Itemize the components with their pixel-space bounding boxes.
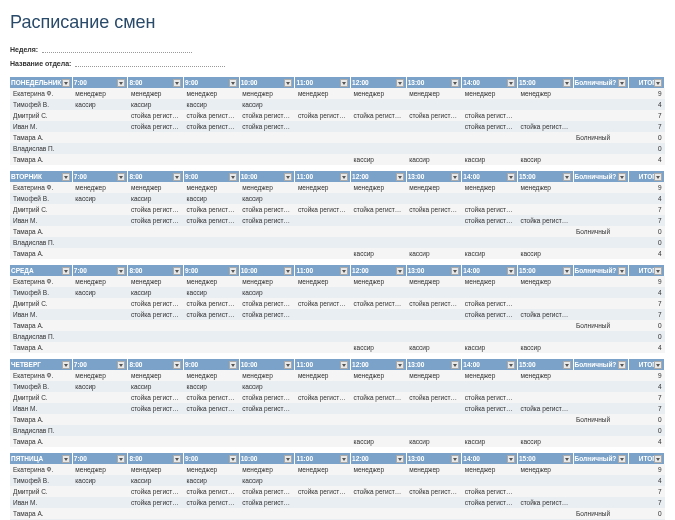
shift-cell[interactable]: стойка регистрации [406, 110, 462, 121]
sick-cell[interactable] [573, 154, 629, 165]
time-header[interactable]: 13:00 [406, 77, 462, 88]
time-header[interactable]: 13:00 [406, 453, 462, 464]
shift-cell[interactable]: кассир [239, 193, 295, 204]
sick-cell[interactable]: Болничный [573, 320, 629, 331]
sick-header[interactable]: Болничный? [573, 453, 629, 464]
shift-cell[interactable] [406, 414, 462, 425]
shift-cell[interactable] [517, 99, 573, 110]
dropdown-icon[interactable] [340, 79, 348, 87]
shift-cell[interactable]: стойка регистрации [128, 215, 184, 226]
dropdown-icon[interactable] [451, 173, 459, 181]
shift-cell[interactable] [72, 342, 128, 353]
time-header[interactable]: 12:00 [351, 77, 407, 88]
shift-cell[interactable]: менеджер [184, 464, 240, 475]
shift-cell[interactable] [239, 425, 295, 436]
dropdown-icon[interactable] [229, 267, 237, 275]
shift-cell[interactable] [128, 320, 184, 331]
shift-cell[interactable] [462, 381, 518, 392]
shift-cell[interactable] [295, 132, 351, 143]
shift-cell[interactable] [351, 237, 407, 248]
sick-cell[interactable] [573, 276, 629, 287]
shift-cell[interactable]: стойка регистрации [351, 110, 407, 121]
shift-cell[interactable]: менеджер [239, 88, 295, 99]
dropdown-icon[interactable] [340, 455, 348, 463]
shift-cell[interactable]: менеджер [72, 276, 128, 287]
time-header[interactable]: 9:00 [184, 359, 240, 370]
shift-cell[interactable] [517, 475, 573, 486]
shift-cell[interactable]: кассир [128, 287, 184, 298]
time-header[interactable]: 14:00 [462, 171, 518, 182]
shift-cell[interactable]: кассир [517, 342, 573, 353]
sick-cell[interactable]: Болничный [573, 414, 629, 425]
dropdown-icon[interactable] [507, 267, 515, 275]
shift-cell[interactable]: менеджер [239, 276, 295, 287]
shift-cell[interactable] [351, 143, 407, 154]
shift-cell[interactable] [462, 508, 518, 519]
shift-cell[interactable] [128, 331, 184, 342]
dropdown-icon[interactable] [229, 455, 237, 463]
shift-cell[interactable] [517, 132, 573, 143]
dropdown-icon[interactable] [451, 455, 459, 463]
dropdown-icon[interactable] [62, 455, 70, 463]
dropdown-icon[interactable] [229, 361, 237, 369]
shift-cell[interactable] [517, 237, 573, 248]
dropdown-icon[interactable] [340, 361, 348, 369]
shift-cell[interactable]: менеджер [406, 464, 462, 475]
shift-cell[interactable]: стойка регистрации [184, 204, 240, 215]
shift-cell[interactable] [406, 425, 462, 436]
time-header[interactable]: 12:00 [351, 359, 407, 370]
shift-cell[interactable] [295, 237, 351, 248]
sick-cell[interactable] [573, 436, 629, 447]
sick-cell[interactable]: Болничный [573, 132, 629, 143]
shift-cell[interactable] [239, 342, 295, 353]
shift-cell[interactable]: менеджер [72, 88, 128, 99]
shift-cell[interactable] [184, 154, 240, 165]
dropdown-icon[interactable] [340, 173, 348, 181]
shift-cell[interactable] [72, 298, 128, 309]
sick-cell[interactable] [573, 464, 629, 475]
shift-cell[interactable] [351, 414, 407, 425]
day-header[interactable]: ПЯТНИЦА [10, 453, 72, 464]
shift-cell[interactable] [128, 508, 184, 519]
dropdown-icon[interactable] [654, 79, 662, 87]
shift-cell[interactable]: стойка регистрации [406, 204, 462, 215]
shift-cell[interactable]: стойка регистрации [128, 121, 184, 132]
shift-cell[interactable]: менеджер [517, 88, 573, 99]
shift-cell[interactable]: менеджер [351, 464, 407, 475]
sick-cell[interactable]: Болничный [573, 226, 629, 237]
dropdown-icon[interactable] [563, 79, 571, 87]
shift-cell[interactable] [517, 414, 573, 425]
shift-cell[interactable] [351, 99, 407, 110]
shift-cell[interactable] [295, 193, 351, 204]
sick-cell[interactable] [573, 237, 629, 248]
time-header[interactable]: 9:00 [184, 171, 240, 182]
time-header[interactable]: 13:00 [406, 265, 462, 276]
dept-input-line[interactable] [75, 57, 225, 67]
shift-cell[interactable]: кассир [406, 436, 462, 447]
shift-cell[interactable] [128, 425, 184, 436]
sick-header[interactable]: Болничный? [573, 359, 629, 370]
shift-cell[interactable]: стойка регистрации [239, 309, 295, 320]
shift-cell[interactable] [462, 331, 518, 342]
dropdown-icon[interactable] [563, 455, 571, 463]
dropdown-icon[interactable] [62, 173, 70, 181]
shift-cell[interactable] [517, 486, 573, 497]
shift-cell[interactable] [184, 508, 240, 519]
shift-cell[interactable] [72, 403, 128, 414]
shift-cell[interactable]: менеджер [462, 88, 518, 99]
shift-cell[interactable] [184, 143, 240, 154]
sick-cell[interactable] [573, 193, 629, 204]
shift-cell[interactable] [184, 436, 240, 447]
sick-cell[interactable] [573, 143, 629, 154]
shift-cell[interactable]: стойка регистрации [239, 486, 295, 497]
dropdown-icon[interactable] [396, 267, 404, 275]
sick-header[interactable]: Болничный? [573, 265, 629, 276]
shift-cell[interactable]: стойка регистрации [184, 497, 240, 508]
shift-cell[interactable] [128, 414, 184, 425]
shift-cell[interactable]: кассир [462, 248, 518, 259]
shift-cell[interactable] [517, 193, 573, 204]
shift-cell[interactable] [351, 215, 407, 226]
time-header[interactable]: 15:00 [517, 171, 573, 182]
shift-cell[interactable]: менеджер [239, 464, 295, 475]
dropdown-icon[interactable] [618, 267, 626, 275]
